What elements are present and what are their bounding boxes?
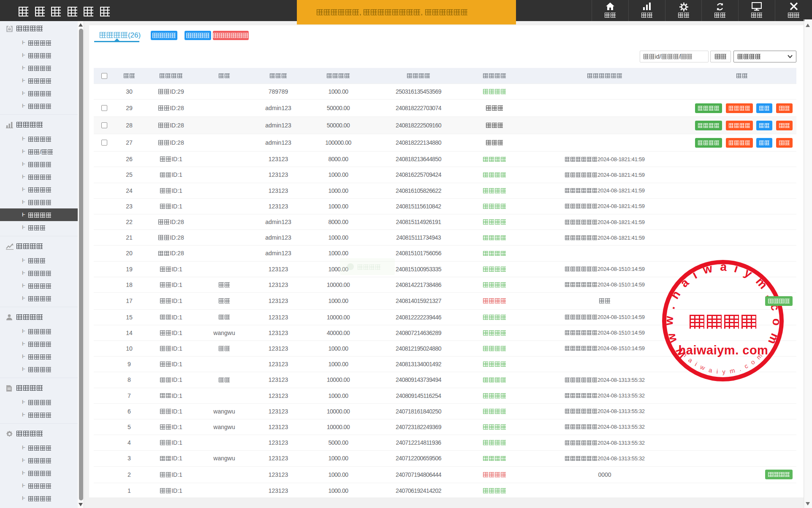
svg-text:haiwaiym. com: haiwaiym. com	[679, 343, 769, 357]
